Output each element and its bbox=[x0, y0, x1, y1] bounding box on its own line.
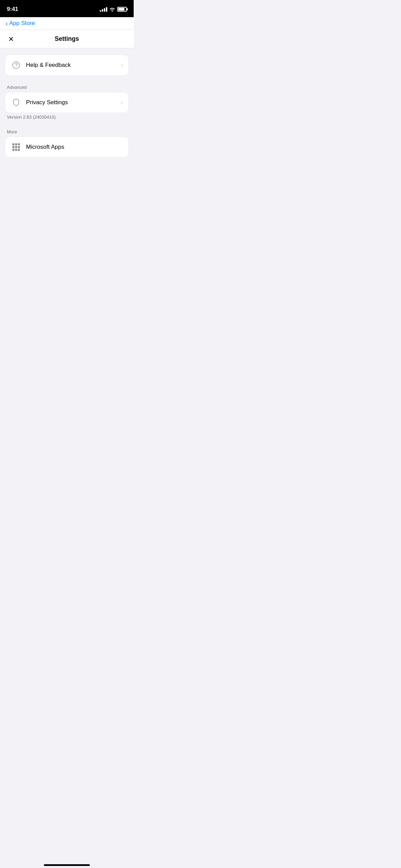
status-icons bbox=[100, 7, 127, 12]
privacy-settings-label: Privacy Settings bbox=[26, 99, 116, 106]
advanced-section: Advanced Privacy Settings › Version 2.83… bbox=[5, 85, 128, 120]
settings-content: Help & Feedback › Advanced Privacy Setti… bbox=[0, 48, 134, 173]
question-circle-icon bbox=[11, 60, 21, 70]
close-button[interactable]: ✕ bbox=[5, 34, 16, 45]
more-list-card: Microsoft Apps bbox=[5, 137, 128, 157]
settings-header: ✕ Settings bbox=[0, 30, 134, 48]
wifi-icon bbox=[109, 7, 115, 12]
advanced-section-label: Advanced bbox=[5, 85, 128, 90]
privacy-settings-chevron-icon: › bbox=[121, 99, 123, 106]
battery-icon bbox=[117, 7, 127, 12]
help-feedback-label: Help & Feedback bbox=[26, 62, 116, 69]
advanced-list-card: Privacy Settings › bbox=[5, 93, 128, 112]
help-feedback-chevron-icon: › bbox=[121, 62, 123, 69]
microsoft-apps-label: Microsoft Apps bbox=[26, 144, 123, 150]
more-section-label: More bbox=[5, 129, 128, 134]
help-list-card: Help & Feedback › bbox=[5, 55, 128, 75]
page-title: Settings bbox=[54, 35, 79, 43]
privacy-settings-item[interactable]: Privacy Settings › bbox=[5, 93, 128, 112]
shield-icon bbox=[11, 97, 21, 108]
help-section: Help & Feedback › bbox=[5, 55, 128, 75]
back-chevron-icon: ‹ bbox=[5, 20, 8, 27]
back-label: App Store bbox=[9, 20, 35, 27]
signal-bars-icon bbox=[100, 7, 107, 12]
grid-apps-icon bbox=[11, 142, 21, 152]
close-icon: ✕ bbox=[8, 35, 14, 43]
status-time: 9:41 bbox=[7, 6, 18, 13]
version-text: Version 2.83 (24030410) bbox=[5, 112, 128, 120]
more-section: More Microsoft Apps bbox=[5, 129, 128, 157]
help-feedback-item[interactable]: Help & Feedback › bbox=[5, 55, 128, 75]
back-button[interactable]: ‹ App Store bbox=[5, 20, 35, 27]
nav-back-bar: ‹ App Store bbox=[0, 17, 134, 30]
microsoft-apps-item[interactable]: Microsoft Apps bbox=[5, 137, 128, 157]
svg-point-0 bbox=[13, 62, 20, 69]
status-bar: 9:41 bbox=[0, 0, 134, 17]
